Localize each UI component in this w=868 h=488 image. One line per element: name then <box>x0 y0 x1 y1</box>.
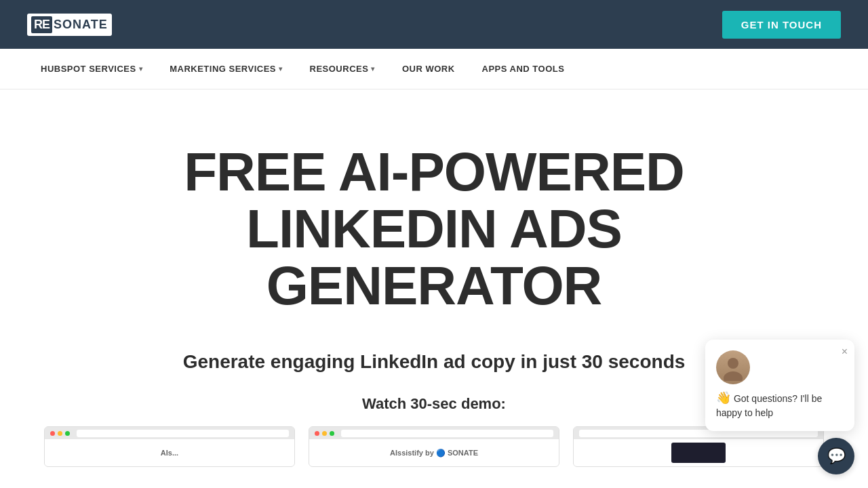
avatar <box>716 350 750 384</box>
chevron-down-icon: ▾ <box>371 65 375 73</box>
chat-avatar-row <box>716 350 844 384</box>
dot-red-icon <box>50 431 55 436</box>
url-bar-2 <box>341 430 553 437</box>
logo-box: RE SONATE <box>27 14 112 36</box>
nav-label-hubspot: HUBSPOT SERVICES <box>41 64 136 74</box>
url-bar-1 <box>77 430 289 437</box>
chat-widget: × 👋 Got questions? I'll be happy to help… <box>705 340 854 474</box>
nav-label-resources: RESOURCES <box>310 64 369 74</box>
screenshot-content-1: AIs... <box>45 439 294 466</box>
get-in-touch-button[interactable]: GET IN TOUCH <box>722 11 841 39</box>
logo-container: RE SONATE <box>27 14 112 36</box>
nav-label-marketing: MARKETING SERVICES <box>170 64 276 74</box>
svg-point-0 <box>728 358 738 369</box>
chat-popup-text-content: Got questions? I'll be happy to help <box>716 393 822 418</box>
nav-item-apps-and-tools[interactable]: APPS AND TOOLS <box>469 49 578 89</box>
screenshot-content-2: AIssistify by 🔵 SONATE <box>309 439 559 466</box>
hero-title-line3: GENERATOR <box>267 256 602 316</box>
screenshot-1: AIs... <box>44 426 295 467</box>
screenshot-2: AIssistify by 🔵 SONATE <box>309 426 559 467</box>
dot-yellow-icon <box>58 431 62 436</box>
avatar-silhouette <box>716 350 750 384</box>
chat-popup: × 👋 Got questions? I'll be happy to help <box>705 340 854 431</box>
nav-item-marketing-services[interactable]: MARKETING SERVICES ▾ <box>156 49 296 89</box>
nav-item-hubspot-services[interactable]: HUBSPOT SERVICES ▾ <box>27 49 156 89</box>
dot-red-icon <box>315 431 319 436</box>
screenshot-logo-1: AIs... <box>161 449 178 457</box>
chevron-down-icon: ▾ <box>139 65 143 73</box>
site-header: RE SONATE GET IN TOUCH <box>0 0 868 49</box>
nav-items-list: HUBSPOT SERVICES ▾ MARKETING SERVICES ▾ … <box>27 49 578 89</box>
nav-label-our-work: OUR WORK <box>402 64 455 74</box>
screenshot-bar-1 <box>45 427 294 439</box>
chat-close-button[interactable]: × <box>842 346 848 357</box>
nav-item-our-work[interactable]: OUR WORK <box>389 49 469 89</box>
chat-bubble-button[interactable]: 💬 <box>818 438 854 474</box>
wave-emoji: 👋 <box>716 391 731 405</box>
chat-icon: 💬 <box>827 447 846 465</box>
dot-green-icon <box>65 431 70 436</box>
chat-popup-message: 👋 Got questions? I'll be happy to help <box>716 390 844 420</box>
logo[interactable]: RE SONATE <box>27 14 112 36</box>
logo-re-text: RE <box>31 16 52 33</box>
screenshot-logo-2: AIssistify by 🔵 SONATE <box>390 449 478 458</box>
hero-subtitle: Generate engaging LinkedIn ad copy in ju… <box>129 348 739 375</box>
hero-title: FREE AI-POWERED LINKEDIN ADS GENERATOR <box>27 144 841 314</box>
dot-green-icon <box>330 431 334 436</box>
main-navbar: HUBSPOT SERVICES ▾ MARKETING SERVICES ▾ … <box>0 49 868 89</box>
svg-point-1 <box>724 371 743 381</box>
hero-title-line1: FREE AI-POWERED <box>184 142 684 202</box>
nav-label-apps-tools: APPS AND TOOLS <box>482 64 565 74</box>
chevron-down-icon: ▾ <box>279 65 283 73</box>
logo-sonate-text: SONATE <box>54 18 108 32</box>
nav-item-resources[interactable]: RESOURCES ▾ <box>296 49 389 89</box>
dot-yellow-icon <box>322 431 327 436</box>
hero-title-line2: LINKEDIN ADS <box>246 199 622 259</box>
screenshot-bar-2 <box>309 427 559 439</box>
